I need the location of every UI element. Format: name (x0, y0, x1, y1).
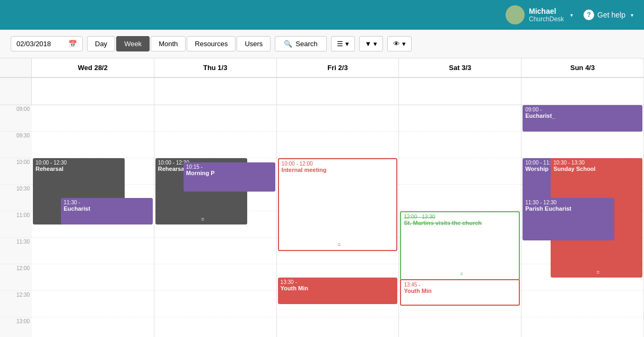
user-menu[interactable]: Michael ChurchDesk ▾ (506, 5, 573, 24)
thu-slot-1 (154, 132, 276, 158)
sat-slot-3 (399, 185, 521, 211)
col-header-thu: Thu 1/3 (154, 58, 277, 77)
event-fri-youth[interactable]: 13:30 - Youth Min (278, 278, 398, 304)
list-view-button[interactable]: ☰ ▾ (331, 36, 355, 51)
user-sub: ChurchDesk (529, 15, 564, 23)
event-time: 12:00 - 13:30 (404, 214, 516, 220)
col-header-sat: Sat 3/3 (399, 58, 521, 77)
search-label: Search (295, 40, 317, 48)
filter-chevron-icon: ▾ (373, 40, 377, 48)
help-chevron-icon: ▾ (631, 12, 633, 18)
list-icon: ☰ (337, 40, 343, 48)
event-title: Youth Min (404, 288, 516, 294)
thu-slot-0 (154, 105, 276, 132)
help-label: Get help (597, 11, 625, 19)
all-day-wed (32, 78, 154, 105)
sat-slot-2 (399, 158, 521, 185)
sat-slot-8 (399, 317, 521, 337)
event-expand: = (201, 217, 204, 222)
event-time: 10:15 - (186, 164, 273, 170)
calendar-scroll[interactable]: 09:00 09:30 10:00 10:30 11:00 11:30 12:0… (0, 105, 644, 337)
view-nav: Day Week Month Resources Users (87, 36, 271, 51)
time-1300: 13:00 (0, 317, 32, 337)
calendar-header: Wed 28/2 Thu 1/3 Fri 2/3 Sat 3/3 Sun 4/3 (0, 58, 644, 78)
event-sun-eucharist-top[interactable]: 09:00 - Eucharist_ (523, 105, 642, 132)
event-time: 11:30 - 12:30 (525, 200, 612, 205)
thu-slot-6 (154, 264, 276, 291)
eye-icon: 👁 (393, 40, 400, 48)
list-chevron-icon: ▾ (345, 40, 349, 48)
help-icon: ? (584, 10, 594, 20)
thu-slot-8 (154, 317, 276, 337)
view-options-button[interactable]: 👁 ▾ (387, 36, 412, 51)
event-time: 10:00 - 12:30 (36, 160, 122, 166)
event-wed-eucharist[interactable]: 11:30 - Eucharist (61, 198, 153, 224)
fri-slot-0 (277, 105, 399, 132)
nav-month[interactable]: Month (151, 36, 186, 51)
wed-slot-1 (32, 132, 154, 158)
all-day-label (0, 78, 32, 105)
event-title: Rehearsal (36, 166, 122, 172)
time-header (0, 58, 32, 77)
help-menu[interactable]: ? Get help ▾ (584, 10, 633, 20)
nav-week[interactable]: Week (116, 36, 150, 51)
all-day-fri (277, 78, 399, 105)
time-1230: 12:30 (0, 291, 32, 317)
event-sat-youth[interactable]: 13:45 - Youth Min (400, 279, 520, 306)
time-1130: 11:30 (0, 238, 32, 264)
fri-slot-8 (277, 317, 399, 337)
time-1200: 12:00 (0, 264, 32, 291)
time-1030: 10:30 (0, 185, 32, 211)
calendar-grid: 09:00 09:30 10:00 10:30 11:00 11:30 12:0… (0, 105, 644, 337)
event-expand: = (597, 270, 600, 275)
event-fri-internal[interactable]: 10:00 - 12:00 Internal meeting = (278, 158, 398, 251)
wed-slot-8 (32, 317, 154, 337)
sun-slot-1 (521, 132, 643, 158)
event-title: Youth Min (281, 285, 395, 291)
event-time: 10:30 - 13:30 (553, 160, 640, 166)
all-day-sat (399, 78, 521, 105)
time-1000: 10:00 (0, 158, 32, 185)
search-button[interactable]: 🔍 Search (275, 36, 326, 51)
day-col-sun: 09:00 - Eucharist_ 10:00 - 11:30 Worship… (521, 105, 644, 337)
event-sat-stmartins[interactable]: 12:00 - 13:30 St. Martins visits the chu… (400, 211, 520, 280)
event-title: Parish Eucharist (525, 205, 612, 212)
event-sun-parish-eucharist[interactable]: 11:30 - 12:30 Parish Eucharist (523, 198, 614, 240)
time-column: 09:00 09:30 10:00 10:30 11:00 11:30 12:0… (0, 105, 32, 337)
col-header-wed: Wed 28/2 (32, 58, 154, 77)
all-day-row (0, 78, 644, 105)
event-title: Internal meeting (282, 167, 394, 173)
sun-slot-8 (521, 317, 643, 337)
search-icon: 🔍 (284, 40, 292, 48)
toolbar: 📅 Day Week Month Resources Users 🔍 Searc… (0, 30, 644, 58)
event-time: 13:45 - (404, 282, 516, 288)
avatar (506, 5, 525, 24)
top-bar: Michael ChurchDesk ▾ ? Get help ▾ (0, 0, 644, 30)
wed-slot-5 (32, 238, 154, 264)
event-time: 10:00 - 12:00 (282, 161, 394, 167)
time-0930: 09:30 (0, 132, 32, 158)
event-expand: = (460, 271, 463, 277)
nav-resources[interactable]: Resources (187, 36, 236, 51)
wed-slot-0 (32, 105, 154, 132)
fri-slot-1 (277, 132, 399, 158)
nav-users[interactable]: Users (237, 36, 271, 51)
thu-slot-7 (154, 291, 276, 317)
event-expand: = (337, 242, 341, 248)
calendar-icon[interactable]: 📅 (68, 40, 77, 48)
all-day-sun (521, 78, 644, 105)
date-input[interactable] (16, 40, 64, 48)
all-day-thu (154, 78, 277, 105)
wed-slot-7 (32, 291, 154, 317)
nav-day[interactable]: Day (87, 36, 115, 51)
user-name: Michael (529, 7, 564, 15)
wed-slot-6 (32, 264, 154, 291)
filter-button[interactable]: ▼ ▾ (359, 36, 384, 51)
date-input-wrap[interactable]: 📅 (11, 36, 83, 51)
event-thu-morningp[interactable]: 10:15 - Morning P (184, 162, 275, 192)
view-chevron-icon: ▾ (402, 40, 406, 48)
day-col-thu: 10:00 - 12:30 Rehearsal = 10:15 - Mornin… (154, 105, 277, 337)
sun-slot-7 (521, 291, 643, 317)
event-title: Eucharist (64, 205, 150, 212)
event-title: Morning P (186, 170, 273, 176)
